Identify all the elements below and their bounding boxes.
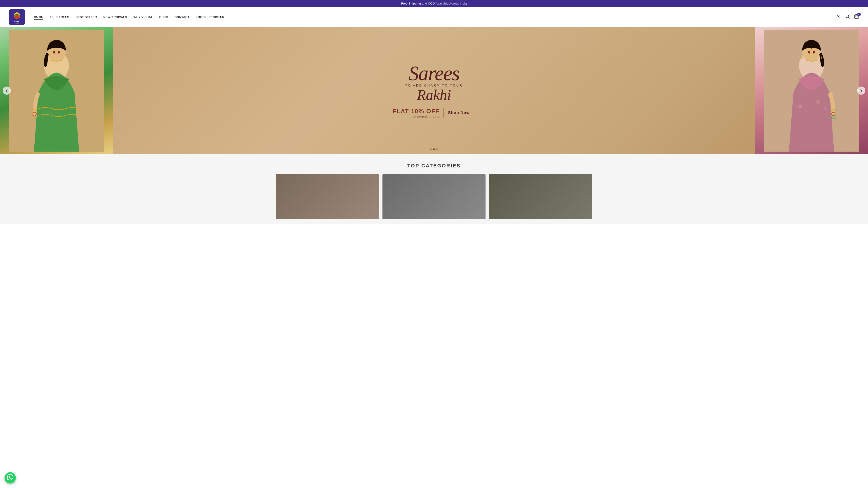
svg-point-25 (811, 48, 812, 49)
category-card-3[interactable] (489, 174, 592, 219)
svg-point-20 (816, 100, 820, 104)
category-card-2[interactable] (382, 174, 486, 219)
slider-next-button[interactable]: ❯ (857, 87, 865, 95)
nav-item-all-sarees[interactable]: ALL SAREES (50, 14, 69, 20)
nav-item-contact[interactable]: CONTACT (175, 14, 189, 20)
hero-content: Sarees TO ADD CHARM TO YOUR Rakhi FLAT 1… (388, 63, 480, 118)
categories-title: TOP CATEGORIES (4, 163, 864, 169)
svg-point-13 (58, 51, 60, 54)
slider-prev-button[interactable]: ❮ (3, 87, 11, 95)
discount-text-block: FLAT 10% OFF on prepaid orders (393, 108, 443, 118)
cart-icon-button[interactable]: 0 (854, 14, 859, 20)
hero-title-sarees: Sarees (393, 63, 475, 84)
discount-label: FLAT 10% OFF (393, 108, 439, 115)
svg-point-12 (53, 51, 55, 54)
header-icons: 0 (836, 14, 859, 20)
model-right (755, 27, 868, 154)
hero-title-rakhi: Rakhi (393, 88, 475, 102)
nav-item-login-register[interactable]: LOGIN / REGISTER (196, 14, 224, 20)
user-icon-button[interactable] (836, 14, 841, 20)
svg-text:VISHAL: VISHAL (14, 21, 20, 22)
prev-arrow-icon: ❮ (5, 89, 8, 92)
shop-now-button[interactable]: Shop Now → (448, 110, 475, 115)
slider-dot-3[interactable] (436, 149, 438, 150)
svg-point-2 (14, 15, 20, 19)
nav-item-new-arrivals[interactable]: NEW ARRIVALS (103, 14, 127, 20)
nav-item-why-vishal[interactable]: WHY VISHAL (133, 14, 153, 20)
nav-item-best-seller[interactable]: BEST SELLER (75, 14, 97, 20)
svg-point-6 (846, 15, 849, 18)
nav-item-blog[interactable]: BLOG (159, 14, 168, 20)
slider-dot-1[interactable] (430, 149, 432, 150)
svg-point-19 (806, 109, 808, 112)
logo[interactable]: VISHAL PRINTS (9, 9, 25, 25)
svg-text:PRINTS: PRINTS (15, 23, 19, 24)
model-left-image (0, 27, 113, 154)
svg-point-24 (813, 51, 815, 54)
cart-badge: 0 (857, 13, 861, 16)
svg-point-23 (808, 51, 810, 54)
slider-dots (430, 149, 438, 150)
svg-point-18 (798, 105, 802, 108)
announcement-bar: Free Shipping and COD Available Across I… (0, 0, 868, 7)
hero-banner: Sarees TO ADD CHARM TO YOUR Rakhi FLAT 1… (0, 27, 868, 154)
categories-section: TOP CATEGORIES (0, 154, 868, 224)
prepaid-text: on prepaid orders (393, 115, 439, 118)
categories-grid (276, 174, 592, 219)
model-left (0, 27, 113, 154)
header: VISHAL PRINTS HOME ALL SAREES BEST SELLE… (0, 7, 868, 27)
model-right-image (755, 27, 868, 154)
category-card-1[interactable] (276, 174, 379, 219)
announcement-text: Free Shipping and COD Available Across I… (401, 2, 467, 5)
header-left: VISHAL PRINTS HOME ALL SAREES BEST SELLE… (9, 9, 224, 25)
user-icon (836, 14, 841, 20)
svg-line-7 (848, 18, 849, 19)
main-nav: HOME ALL SAREES BEST SELLER NEW ARRIVALS… (34, 14, 224, 20)
next-arrow-icon: ❯ (860, 89, 863, 92)
svg-point-5 (837, 15, 839, 17)
hero-discount-block: FLAT 10% OFF on prepaid orders Shop Now … (393, 108, 475, 118)
slider-dot-2[interactable] (433, 149, 435, 150)
search-icon-button[interactable] (845, 14, 850, 20)
search-icon (845, 14, 850, 20)
svg-point-21 (824, 107, 827, 110)
nav-item-home[interactable]: HOME (34, 14, 43, 20)
